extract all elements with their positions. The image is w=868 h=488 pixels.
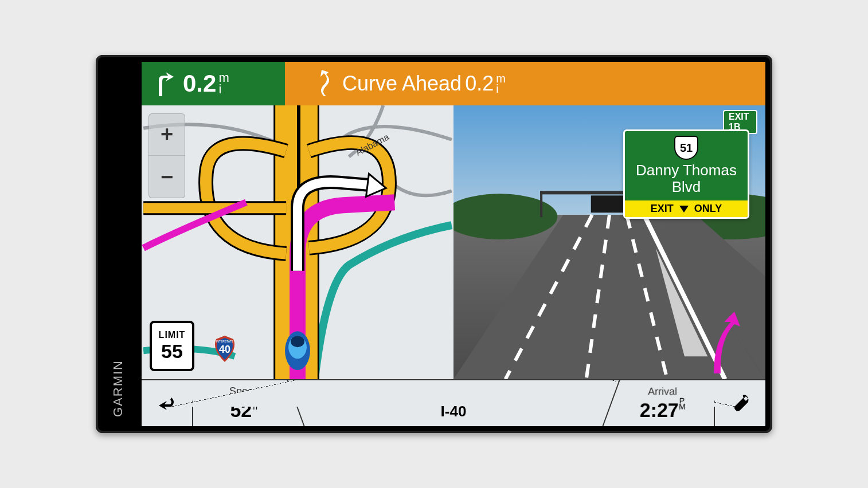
back-arrow-icon [155,392,178,415]
turn-right-icon [152,70,175,97]
content-split: + − LIMIT 55 Alabama 40 INTERSTATE [142,105,765,379]
speed-limit-value: 55 [161,340,183,363]
screen: 0.2 mi Curve Ahead 0.2 mi [142,62,765,426]
turn-distance: 0.2 [183,70,216,97]
exit-label: EXIT [729,112,749,121]
highway-sign: 51 Danny Thomas Blvd EXIT ONLY [623,129,749,219]
alert-distance-unit: mi [496,73,506,94]
speed-limit-label: LIMIT [159,330,186,340]
zoom-out-button[interactable]: − [148,156,185,198]
route-number: 51 [680,141,693,154]
wrench-icon [729,392,752,415]
alert-text: Curve Ahead [342,72,462,96]
current-road: I-40 [441,403,467,420]
route-shield: 51 [674,136,698,160]
sign-line-2: Blvd [631,179,742,195]
junction-view-panel[interactable]: EXIT 1B 51 Danny Thomas Blvd EXIT [453,105,765,379]
zoom-in-button[interactable]: + [148,113,185,156]
svg-text:INTERSTATE: INTERSTATE [216,340,234,343]
arrival-value: 2:27 [640,399,679,420]
svg-point-2 [291,336,304,347]
current-road-panel[interactable]: I-40 [288,380,619,426]
alert-panel[interactable]: Curve Ahead 0.2 mi [285,62,765,105]
gps-device: GARMIN 0.2 mi Curve Ahead 0.2 mi [96,55,772,433]
svg-rect-10 [540,191,542,217]
curve-icon [314,70,334,97]
top-bar: 0.2 mi Curve Ahead 0.2 mi [142,62,765,105]
sign-line-1: Danny Thomas [631,162,742,179]
brand-label: GARMIN [111,360,126,417]
map-panel[interactable]: + − LIMIT 55 Alabama 40 INTERSTATE [142,105,453,379]
exit-only-right: ONLY [694,203,722,215]
interstate-shield: 40 INTERSTATE [210,334,239,363]
speed-limit-sign: LIMIT 55 [150,321,194,371]
lane-guidance-arrow-icon [702,310,742,376]
exit-only-left: EXIT [651,203,674,215]
arrival-label: Arrival [640,385,686,398]
alert-distance: 0.2 [465,72,494,96]
tools-button[interactable] [714,380,765,426]
next-turn-panel[interactable]: 0.2 mi [142,62,285,105]
turn-distance-unit: mi [218,72,229,95]
down-arrow-icon [678,204,690,214]
exit-only-strip: EXIT ONLY [625,200,748,217]
svg-text:40: 40 [219,344,230,355]
arrival-panel[interactable]: Arrival 2:27PM [602,380,722,426]
zoom-controls: + − [148,113,185,198]
bottom-bar: Speed 52mh I-40 Arrival 2:27PM [142,379,765,426]
